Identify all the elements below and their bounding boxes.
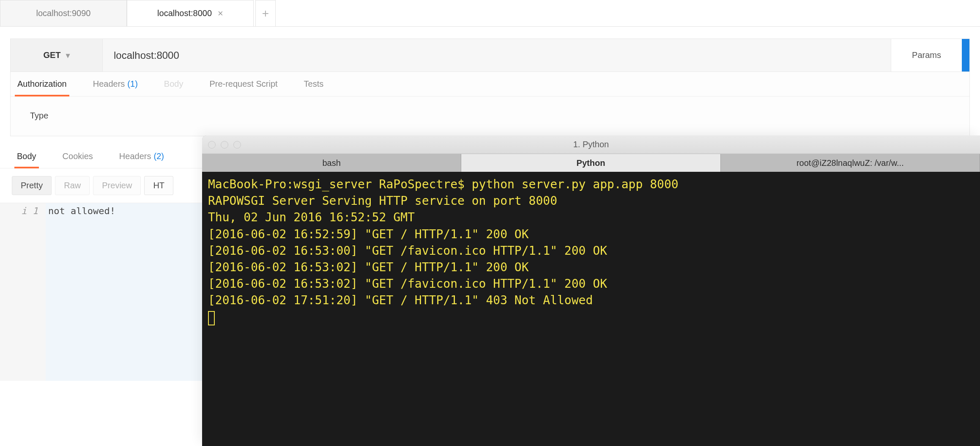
chevron-down-icon: ▾ bbox=[66, 51, 70, 60]
terminal-titlebar[interactable]: 1. Python bbox=[202, 135, 980, 154]
params-label: Params bbox=[912, 50, 941, 60]
terminal-title: 1. Python bbox=[202, 140, 980, 149]
view-preview-button[interactable]: Preview bbox=[93, 176, 141, 195]
tab-label: root@iZ28lnaqlwuZ: /var/w... bbox=[797, 158, 904, 168]
type-label: Type bbox=[30, 111, 48, 120]
view-raw-button[interactable]: Raw bbox=[55, 176, 90, 195]
view-html-button[interactable]: HT bbox=[144, 176, 173, 195]
terminal-line: [2016-06-02 16:53:00] "GET /favicon.ico … bbox=[208, 244, 607, 258]
resp-tab-headers[interactable]: Headers (2) bbox=[117, 145, 167, 168]
params-button[interactable]: Params bbox=[891, 39, 962, 72]
line-gutter: i 1 bbox=[0, 203, 46, 381]
tab-body[interactable]: Body bbox=[162, 72, 186, 96]
traffic-lights bbox=[208, 141, 241, 149]
traffic-close-icon[interactable] bbox=[208, 141, 216, 149]
browser-tab-active[interactable]: localhost:8000 × bbox=[127, 0, 254, 26]
terminal-line: [2016-06-02 16:53:02] "GET / HTTP/1.1" 2… bbox=[208, 260, 529, 274]
resp-tab-cookies[interactable]: Cookies bbox=[60, 145, 96, 168]
tab-label: Cookies bbox=[63, 151, 93, 161]
tab-label: Headers bbox=[93, 79, 125, 89]
url-input[interactable] bbox=[103, 39, 891, 72]
terminal-line: [2016-06-02 17:51:20] "GET / HTTP/1.1" 4… bbox=[208, 293, 593, 307]
terminal-body[interactable]: MacBook-Pro:wsgi_server RaPoSpectre$ pyt… bbox=[202, 172, 980, 446]
method-select[interactable]: GET ▾ bbox=[11, 39, 103, 72]
terminal-line: [2016-06-02 16:53:02] "GET /favicon.ico … bbox=[208, 277, 607, 291]
tab-label: bash bbox=[322, 158, 340, 168]
traffic-minimize-icon[interactable] bbox=[221, 141, 228, 149]
method-label: GET bbox=[43, 50, 60, 60]
view-pretty-button[interactable]: Pretty bbox=[12, 176, 52, 195]
tab-label: Headers bbox=[119, 151, 151, 161]
terminal-line: [2016-06-02 16:52:59] "GET / HTTP/1.1" 2… bbox=[208, 227, 529, 241]
terminal-window: 1. Python bash Python root@iZ28lnaqlwuZ:… bbox=[202, 135, 980, 446]
tab-headers[interactable]: Headers (1) bbox=[90, 72, 140, 96]
tab-authorization[interactable]: Authorization bbox=[15, 72, 69, 96]
headers-count: (2) bbox=[153, 151, 164, 161]
terminal-tab-bash[interactable]: bash bbox=[202, 154, 461, 172]
browser-tab-row: localhost:9090 localhost:8000 × + bbox=[0, 0, 980, 27]
btn-label: Pretty bbox=[21, 181, 43, 190]
tab-tests[interactable]: Tests bbox=[301, 72, 326, 96]
tab-label: localhost:8000 bbox=[157, 8, 212, 18]
request-panel: GET ▾ Params Authorization Headers (1) B… bbox=[10, 39, 970, 136]
tab-label: localhost:9090 bbox=[36, 8, 91, 18]
terminal-tab-ssh[interactable]: root@iZ28lnaqlwuZ: /var/w... bbox=[721, 154, 980, 172]
btn-label: Raw bbox=[64, 181, 81, 190]
headers-count: (1) bbox=[127, 79, 137, 89]
tab-label: Authorization bbox=[17, 79, 67, 89]
traffic-zoom-icon[interactable] bbox=[233, 141, 241, 149]
terminal-line: Thu, 02 Jun 2016 16:52:52 GMT bbox=[208, 210, 415, 224]
terminal-tabs: bash Python root@iZ28lnaqlwuZ: /var/w... bbox=[202, 154, 980, 172]
btn-label: Preview bbox=[102, 181, 132, 190]
info-icon: i bbox=[21, 206, 27, 216]
browser-tab[interactable]: localhost:9090 bbox=[0, 0, 127, 26]
request-row: GET ▾ Params bbox=[11, 39, 969, 72]
close-icon[interactable]: × bbox=[218, 8, 223, 19]
terminal-cursor-icon bbox=[208, 311, 215, 325]
terminal-tab-python[interactable]: Python bbox=[461, 154, 720, 172]
terminal-line: MacBook-Pro:wsgi_server RaPoSpectre$ pyt… bbox=[208, 177, 679, 191]
tab-label: Body bbox=[164, 79, 183, 89]
resp-tab-body[interactable]: Body bbox=[14, 145, 39, 168]
tab-label: Body bbox=[17, 151, 36, 161]
tab-label: Pre-request Script bbox=[209, 79, 277, 89]
auth-type-row: Type bbox=[11, 96, 969, 136]
line-number: 1 bbox=[33, 206, 38, 216]
tab-label: Python bbox=[577, 158, 605, 168]
terminal-line: RAPOWSGI Server Serving HTTP service on … bbox=[208, 194, 557, 208]
btn-label: HT bbox=[153, 181, 164, 190]
tab-prerequest-script[interactable]: Pre-request Script bbox=[207, 72, 280, 96]
send-button-edge[interactable] bbox=[962, 39, 969, 72]
request-tabs: Authorization Headers (1) Body Pre-reque… bbox=[11, 72, 969, 96]
new-tab-button[interactable]: + bbox=[255, 0, 276, 26]
tab-label: Tests bbox=[304, 79, 324, 89]
